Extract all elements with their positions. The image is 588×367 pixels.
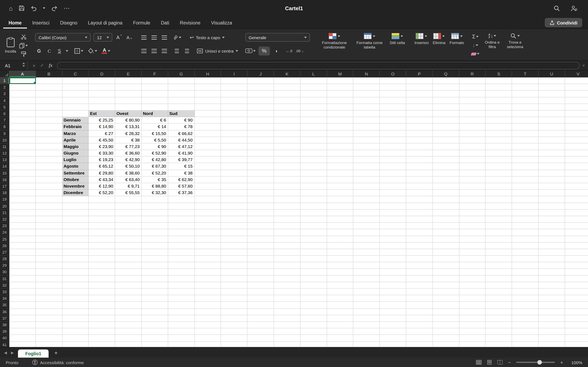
cell-F29[interactable]	[142, 262, 168, 269]
cell-H33[interactable]	[195, 289, 221, 295]
account-settings-icon[interactable]	[571, 5, 577, 11]
cell-G34[interactable]	[168, 295, 195, 302]
cell-O4[interactable]	[380, 97, 406, 104]
cell-B32[interactable]	[36, 282, 62, 289]
cell-S17[interactable]	[486, 183, 512, 190]
cell-T34[interactable]	[512, 295, 539, 302]
cell-G15[interactable]: € 38	[168, 170, 195, 176]
cell-K4[interactable]	[274, 97, 301, 104]
cell-J36[interactable]	[247, 309, 274, 315]
cell-K7[interactable]	[274, 117, 301, 124]
cell-B39[interactable]	[36, 328, 62, 335]
row-header-1[interactable]: 1	[0, 77, 9, 84]
cell-D38[interactable]	[89, 322, 115, 328]
cell-E37[interactable]	[115, 315, 142, 322]
cell-O25[interactable]	[380, 236, 406, 242]
cell-C22[interactable]	[62, 216, 89, 223]
cell-B18[interactable]	[36, 190, 62, 196]
cell-M17[interactable]	[327, 183, 354, 190]
cell-M23[interactable]	[327, 223, 354, 229]
cell-F28[interactable]	[142, 256, 168, 262]
cell-B3[interactable]	[36, 91, 62, 97]
copy-button[interactable]	[19, 41, 28, 50]
cell-D13[interactable]: € 19,23	[89, 157, 115, 163]
cell-K30[interactable]	[274, 269, 301, 275]
cell-C16[interactable]: Ottobre	[62, 176, 89, 183]
cell-R4[interactable]	[459, 97, 486, 104]
cell-K27[interactable]	[274, 249, 301, 256]
cell-H37[interactable]	[195, 315, 221, 322]
cell-G6[interactable]: Sud	[168, 110, 195, 117]
cell-U28[interactable]	[539, 256, 565, 262]
cell-D23[interactable]	[89, 223, 115, 229]
cell-F31[interactable]	[142, 275, 168, 282]
cell-I26[interactable]	[221, 242, 248, 249]
more-commands-icon[interactable]: ⋯	[64, 4, 70, 12]
cell-I32[interactable]	[221, 282, 248, 289]
cell-A9[interactable]	[9, 130, 36, 137]
cell-B13[interactable]	[36, 157, 62, 163]
cell-G18[interactable]: € 37,36	[168, 190, 195, 196]
cell-H3[interactable]	[195, 91, 221, 97]
cell-I31[interactable]	[221, 275, 248, 282]
cell-H36[interactable]	[195, 309, 221, 315]
tab-inserisci[interactable]: Inserisci	[27, 17, 55, 29]
cell-A15[interactable]	[9, 170, 36, 176]
cell-B5[interactable]	[36, 104, 62, 110]
cell-T13[interactable]	[512, 157, 539, 163]
tab-formule[interactable]: Formule	[128, 17, 156, 29]
cell-R20[interactable]	[459, 203, 486, 209]
cell-B4[interactable]	[36, 97, 62, 104]
row-header-23[interactable]: 23	[0, 223, 9, 229]
cell-K5[interactable]	[274, 104, 301, 110]
cell-A39[interactable]	[9, 328, 36, 335]
cell-E4[interactable]	[115, 97, 142, 104]
cell-O32[interactable]	[380, 282, 406, 289]
cell-S15[interactable]	[486, 170, 512, 176]
cell-L39[interactable]	[301, 328, 327, 335]
cell-H31[interactable]	[195, 275, 221, 282]
cell-L20[interactable]	[301, 203, 327, 209]
cell-Q14[interactable]	[433, 163, 459, 170]
cell-M21[interactable]	[327, 210, 354, 216]
cell-R12[interactable]	[459, 150, 486, 157]
cell-J7[interactable]	[247, 117, 274, 124]
cell-E39[interactable]	[115, 328, 142, 335]
cell-F6[interactable]: Nord	[142, 110, 168, 117]
cell-U34[interactable]	[539, 295, 565, 302]
cell-E19[interactable]	[115, 196, 142, 203]
row-header-19[interactable]: 19	[0, 196, 9, 203]
cell-C1[interactable]	[62, 77, 89, 84]
cell-B31[interactable]	[36, 275, 62, 282]
cell-J16[interactable]	[247, 176, 274, 183]
cell-T22[interactable]	[512, 216, 539, 223]
cell-I3[interactable]	[221, 91, 248, 97]
cell-N29[interactable]	[354, 262, 380, 269]
cell-C35[interactable]	[62, 302, 89, 309]
paste-button[interactable]: Incolla	[5, 32, 16, 59]
cell-E9[interactable]: € 28,32	[115, 130, 142, 137]
cell-G4[interactable]	[168, 97, 195, 104]
row-header-21[interactable]: 21	[0, 210, 9, 216]
cell-H17[interactable]	[195, 183, 221, 190]
column-header-S[interactable]: S	[486, 71, 512, 77]
cell-E20[interactable]	[115, 203, 142, 209]
cell-P10[interactable]	[406, 137, 433, 143]
cell-V37[interactable]	[565, 315, 588, 322]
cell-G29[interactable]	[168, 262, 195, 269]
cell-T23[interactable]	[512, 223, 539, 229]
cell-C38[interactable]	[62, 322, 89, 328]
cell-U20[interactable]	[539, 203, 565, 209]
cell-J32[interactable]	[247, 282, 274, 289]
cell-R7[interactable]	[459, 117, 486, 124]
cell-P1[interactable]	[406, 77, 433, 84]
cell-O34[interactable]	[380, 295, 406, 302]
cell-P34[interactable]	[406, 295, 433, 302]
cell-I7[interactable]	[221, 117, 248, 124]
cell-S13[interactable]	[486, 157, 512, 163]
cell-J3[interactable]	[247, 91, 274, 97]
cell-O15[interactable]	[380, 170, 406, 176]
cell-M31[interactable]	[327, 275, 354, 282]
align-center-button[interactable]	[150, 46, 158, 55]
cell-V26[interactable]	[565, 242, 588, 249]
